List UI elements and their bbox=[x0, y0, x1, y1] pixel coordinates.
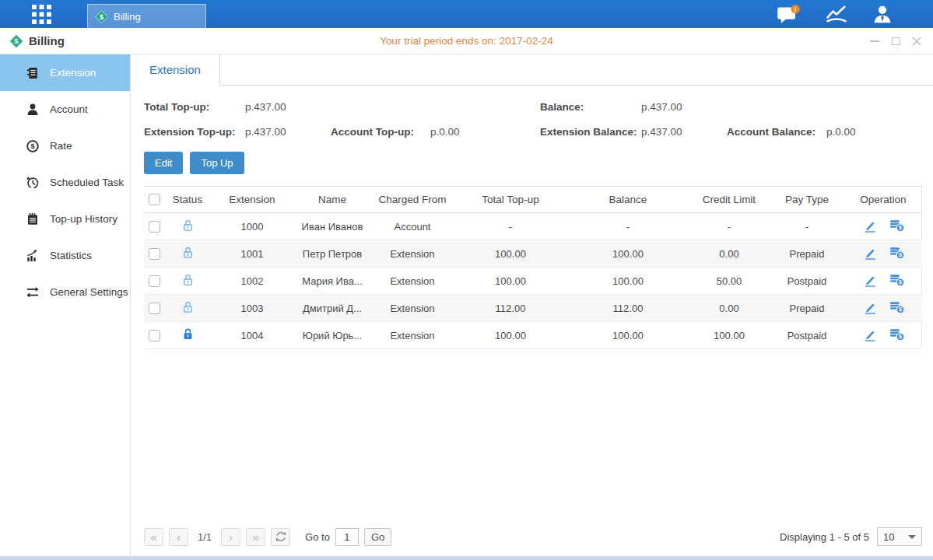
column-header-credit-limit: Credit Limit bbox=[689, 187, 770, 213]
sidebar-item-extension[interactable]: Extension bbox=[0, 54, 130, 91]
cell-credit-limit: - bbox=[689, 213, 770, 240]
cell-name: Иван Иванов bbox=[293, 213, 371, 240]
cell-total-topup: 100.00 bbox=[454, 322, 567, 349]
cell-pay-type: - bbox=[770, 213, 844, 240]
reports-chart-icon[interactable] bbox=[826, 5, 847, 23]
arrows-settings-icon bbox=[26, 285, 40, 299]
taskbar-tab-label: Billing bbox=[114, 11, 141, 23]
cell-name: Юрий Юрь... bbox=[293, 322, 371, 349]
status-unlocked-icon bbox=[181, 299, 195, 314]
titlebar: $ Billing Your trial period ends on: 201… bbox=[0, 28, 933, 54]
sidebar-item-rate[interactable]: $ Rate bbox=[0, 128, 130, 164]
main-content: Extension Total Top-up: p.437.00 Extensi… bbox=[131, 54, 933, 556]
row-checkbox[interactable] bbox=[149, 221, 160, 233]
edit-pencil-icon[interactable] bbox=[862, 272, 877, 287]
cell-credit-limit: 50.00 bbox=[689, 268, 770, 295]
svg-text:$: $ bbox=[30, 142, 34, 150]
cell-credit-limit: 0.00 bbox=[689, 240, 770, 268]
svg-text:$: $ bbox=[100, 12, 103, 20]
extension-balance-label: Extension Balance: bbox=[540, 126, 641, 138]
top-up-coins-icon[interactable]: $ bbox=[889, 327, 905, 341]
top-up-coins-icon[interactable]: $ bbox=[889, 245, 905, 260]
sidebar-item-general-settings[interactable]: General Settings bbox=[0, 274, 130, 310]
cell-balance: 112.00 bbox=[567, 295, 689, 322]
table-row[interactable]: 1004 Юрий Юрь... Extension 100.00 100.00… bbox=[144, 322, 922, 349]
taskbar-tab-billing[interactable]: $ Billing bbox=[87, 4, 206, 28]
sidebar-item-statistics[interactable]: Statistics bbox=[0, 237, 130, 274]
total-topup-label: Total Top-up: bbox=[144, 101, 245, 113]
top-up-coins-icon[interactable]: $ bbox=[889, 299, 905, 314]
dollar-circle-icon: $ bbox=[26, 139, 40, 153]
app-grid-icon[interactable] bbox=[28, 3, 54, 25]
refresh-button[interactable] bbox=[271, 528, 290, 546]
edit-button[interactable]: Edit bbox=[144, 152, 183, 174]
maximize-button[interactable] bbox=[890, 36, 901, 47]
ledger-icon bbox=[26, 66, 40, 80]
svg-text:!: ! bbox=[794, 5, 797, 12]
row-checkbox[interactable] bbox=[149, 330, 160, 341]
last-page-button[interactable]: » bbox=[246, 528, 265, 546]
row-checkbox[interactable] bbox=[149, 275, 160, 287]
extension-topup-label: Extension Top-up: bbox=[144, 126, 245, 138]
page-size-select[interactable]: 10 bbox=[877, 527, 922, 546]
next-page-button[interactable]: › bbox=[221, 528, 240, 546]
tab-bar: Extension bbox=[131, 54, 933, 86]
prev-page-button[interactable]: ‹ bbox=[169, 528, 188, 546]
select-all-checkbox[interactable] bbox=[149, 194, 160, 205]
edit-pencil-icon[interactable] bbox=[862, 299, 877, 314]
extension-topup-value: p.437.00 bbox=[245, 126, 331, 138]
minimize-button[interactable] bbox=[869, 36, 880, 47]
table-row[interactable]: 1001 Петр Петров Extension 100.00 100.00… bbox=[144, 240, 922, 268]
top-up-button[interactable]: Top Up bbox=[190, 152, 244, 174]
sidebar-item-account[interactable]: Account bbox=[0, 91, 130, 128]
cell-extension: 1000 bbox=[211, 213, 293, 240]
goto-label: Go to bbox=[305, 531, 330, 543]
window-bottom-edge bbox=[0, 556, 933, 560]
edit-pencil-icon[interactable] bbox=[862, 218, 877, 233]
summary-panel: Total Top-up: p.437.00 Extension Top-up:… bbox=[131, 86, 933, 140]
status-locked-icon bbox=[181, 327, 195, 341]
account-topup-value: p.0.00 bbox=[430, 126, 540, 138]
edit-pencil-icon[interactable] bbox=[862, 245, 877, 260]
cell-balance: 100.00 bbox=[567, 268, 689, 295]
cell-pay-type: Postpaid bbox=[770, 268, 844, 295]
go-button[interactable]: Go bbox=[364, 528, 391, 546]
cell-total-topup: 100.00 bbox=[454, 268, 567, 295]
displaying-range-text: Displaying 1 - 5 of 5 bbox=[780, 531, 869, 543]
svg-text:$: $ bbox=[14, 37, 19, 45]
svg-text:$: $ bbox=[899, 334, 902, 340]
row-checkbox[interactable] bbox=[149, 248, 160, 260]
cell-total-topup: 100.00 bbox=[454, 240, 567, 268]
table-row[interactable]: 1003 Дмитрий Д... Extension 112.00 112.0… bbox=[144, 295, 922, 322]
cell-pay-type: Prepaid bbox=[770, 240, 844, 268]
column-header-pay-type: Pay Type bbox=[770, 187, 844, 213]
cell-balance: - bbox=[567, 213, 689, 240]
top-up-coins-icon[interactable]: $ bbox=[889, 218, 905, 233]
cell-extension: 1004 bbox=[211, 322, 293, 349]
svg-text:$: $ bbox=[899, 225, 902, 231]
status-unlocked-icon bbox=[181, 272, 195, 287]
cell-credit-limit: 100.00 bbox=[689, 322, 770, 349]
top-up-coins-icon[interactable]: $ bbox=[889, 272, 905, 287]
user-account-icon[interactable] bbox=[872, 5, 893, 23]
cell-name: Мария Ива... bbox=[293, 268, 371, 295]
cell-total-topup: - bbox=[454, 213, 567, 240]
column-header-extension: Extension bbox=[211, 187, 293, 213]
tab-extension[interactable]: Extension bbox=[131, 54, 220, 86]
status-unlocked-icon bbox=[181, 245, 195, 260]
table-row[interactable]: 1002 Мария Ива... Extension 100.00 100.0… bbox=[144, 268, 922, 295]
edit-pencil-icon[interactable] bbox=[862, 327, 877, 341]
cell-charged-from: Extension bbox=[371, 268, 454, 295]
row-checkbox[interactable] bbox=[149, 303, 160, 314]
sidebar-item-topup-history[interactable]: Top-up History bbox=[0, 201, 130, 237]
table-row[interactable]: 1000 Иван Иванов Account - - - - $ bbox=[144, 213, 922, 240]
first-page-button[interactable]: « bbox=[144, 528, 163, 546]
billing-diamond-icon: $ bbox=[9, 34, 23, 48]
sidebar: Extension Account $ Rate bbox=[0, 54, 131, 556]
close-button[interactable] bbox=[911, 36, 922, 47]
messages-icon[interactable]: ! bbox=[777, 5, 801, 24]
goto-page-input[interactable] bbox=[335, 528, 359, 546]
sidebar-item-scheduled-task[interactable]: Scheduled Task bbox=[0, 164, 130, 201]
column-header-name: Name bbox=[293, 187, 371, 213]
table-header-row: Status Extension Name Charged From Total… bbox=[144, 187, 922, 213]
